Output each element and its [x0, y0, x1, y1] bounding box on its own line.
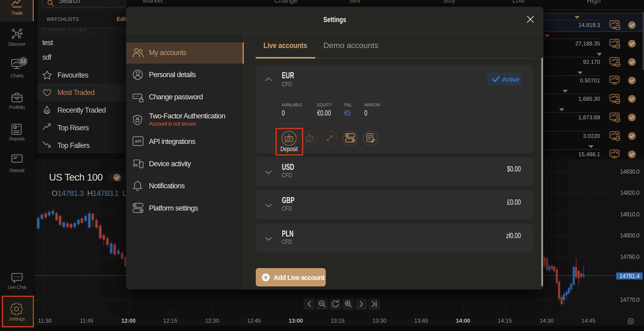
svg-text:API: API	[135, 139, 141, 144]
